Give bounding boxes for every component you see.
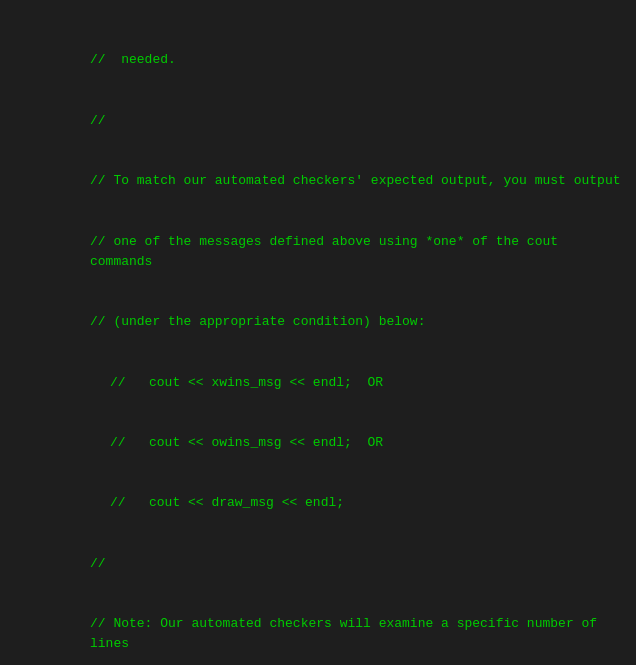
code-line-3: // To match our automated checkers' expe… [0, 171, 636, 191]
code-line-7: // cout << owins_msg << endl; OR [0, 433, 636, 453]
code-block: // needed. // // To match our automated … [0, 0, 636, 665]
code-line-6: // cout << xwins_msg << endl; OR [0, 373, 636, 393]
code-line-1: // needed. [0, 50, 636, 70]
code-line-5: // (under the appropriate condition) bel… [0, 312, 636, 332]
code-line-2: // [0, 111, 636, 131]
code-line-4: // one of the messages defined above usi… [0, 232, 636, 272]
code-line-8: // cout << draw_msg << endl; [0, 493, 636, 513]
code-line-10: // Note: Our automated checkers will exa… [0, 614, 636, 654]
code-line-9: // [0, 554, 636, 574]
